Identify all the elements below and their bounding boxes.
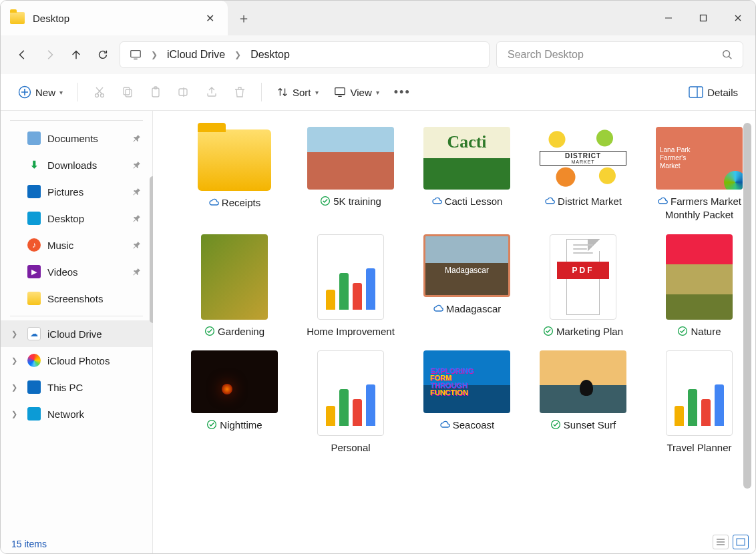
synced-status-icon: [206, 419, 217, 430]
chevron-right-icon[interactable]: ❯: [11, 410, 21, 419]
sort-button[interactable]: Sort ▾: [271, 80, 324, 104]
folder-icon: [27, 292, 41, 305]
details-pane-button[interactable]: Details: [683, 80, 743, 104]
tab-title: Desktop: [33, 13, 194, 24]
sidebar-loc-this-pc[interactable]: ❯This PC: [1, 374, 152, 400]
monitor-icon: [130, 49, 142, 61]
items-grid: Receipts5K trainingCactiCacti LessonDIST…: [153, 111, 755, 461]
search-box[interactable]: [496, 41, 743, 68]
synced-status-icon: [550, 419, 561, 430]
file-explorer-window: Desktop ✕ ＋ ❯ iCloud Drive ❯ Desktop New: [0, 0, 756, 554]
file-item[interactable]: MadagascarMadagascar: [413, 234, 520, 338]
pic-icon: [27, 185, 41, 198]
view-icons-button[interactable]: [733, 535, 749, 549]
view-button[interactable]: View ▾: [328, 80, 385, 104]
file-item[interactable]: Personal: [297, 350, 404, 455]
up-button[interactable]: [66, 45, 86, 65]
doc-icon: [27, 131, 41, 145]
file-item[interactable]: DISTRICTMARKETDistrict Market: [530, 127, 636, 222]
sidebar-label: Documents: [47, 133, 98, 144]
file-item[interactable]: 5K training: [297, 127, 404, 222]
file-item[interactable]: PDFMarketing Plan: [530, 234, 636, 338]
address-bar[interactable]: ❯ iCloud Drive ❯ Desktop: [120, 41, 490, 68]
new-button[interactable]: New ▾: [13, 80, 68, 104]
pin-icon: [132, 240, 142, 250]
pin-icon: [132, 214, 142, 223]
file-item[interactable]: Travel Planner: [646, 350, 753, 455]
content-scrollbar[interactable]: [743, 123, 751, 489]
sidebar-quick-downloads[interactable]: ⬇Downloads: [1, 152, 152, 178]
cut-button[interactable]: [87, 80, 112, 104]
item-name: Receipts: [222, 197, 260, 208]
sidebar-loc-icloud-drive[interactable]: ❯☁iCloud Drive: [1, 320, 152, 347]
file-item[interactable]: Nighttime: [181, 350, 288, 455]
sidebar-quick-desktop[interactable]: Desktop: [1, 205, 152, 232]
sidebar-label: Videos: [47, 266, 78, 278]
item-name: 5K training: [333, 196, 381, 207]
thumbnail: [201, 234, 268, 320]
item-name: Gardening: [218, 326, 264, 337]
file-item[interactable]: Nature: [646, 234, 753, 338]
sidebar-quick-documents[interactable]: Documents: [1, 125, 152, 152]
rename-button[interactable]: [172, 80, 196, 104]
pin-icon: [132, 187, 142, 196]
sidebar-quick-screenshots[interactable]: Screenshots: [1, 285, 152, 312]
sidebar-label: Desktop: [47, 213, 84, 224]
view-list-button[interactable]: [713, 535, 729, 549]
file-item[interactable]: Receipts: [181, 127, 288, 222]
item-caption: 5K training: [320, 195, 381, 208]
sidebar-quick-videos[interactable]: ▶Videos: [1, 258, 152, 285]
nav-row: ❯ iCloud Drive ❯ Desktop: [1, 35, 755, 74]
back-button[interactable]: [13, 45, 33, 65]
sidebar-loc-network[interactable]: ❯Network: [1, 400, 152, 427]
cloud-status-icon: [657, 196, 668, 206]
file-item[interactable]: Home Improvement: [297, 234, 404, 338]
refresh-button[interactable]: [93, 45, 113, 65]
close-tab-button[interactable]: ✕: [202, 9, 218, 27]
sidebar-quick-music[interactable]: ♪Music: [1, 232, 152, 258]
sidebar-loc-icloud-photos[interactable]: ❯iCloud Photos: [1, 347, 152, 374]
delete-button[interactable]: [228, 80, 252, 104]
svg-point-11: [96, 94, 99, 97]
more-button[interactable]: •••: [389, 80, 416, 104]
svg-rect-19: [179, 89, 187, 95]
breadcrumb-seg-1[interactable]: Desktop: [250, 49, 290, 61]
chevron-right-icon[interactable]: ❯: [11, 356, 21, 365]
sidebar-label: iCloud Photos: [47, 355, 110, 366]
copy-button[interactable]: [116, 80, 140, 104]
thumbnail: [317, 234, 384, 320]
item-name: Sunset Surf: [564, 419, 616, 431]
item-name: Marketing Plan: [556, 326, 623, 337]
minimize-button[interactable]: [651, 1, 686, 35]
sidebar-quick-pictures[interactable]: Pictures: [1, 178, 152, 205]
item-caption: Receipts: [208, 196, 260, 210]
chevron-right-icon[interactable]: ❯: [11, 330, 21, 338]
file-item[interactable]: Sunset Surf: [530, 350, 636, 455]
maximize-button[interactable]: [686, 1, 721, 35]
item-name: Farmers Market Monthly Packet: [665, 196, 741, 220]
thumbnail: [191, 350, 278, 413]
synced-status-icon: [543, 326, 554, 336]
content-pane: Receipts5K trainingCactiCacti LessonDIST…: [153, 111, 755, 553]
net-icon: [27, 407, 41, 421]
file-item[interactable]: EXPLORINGFORMTHROUGHFUNCTIONSeacoast: [413, 350, 520, 455]
tab-desktop[interactable]: Desktop ✕: [1, 1, 228, 35]
item-name: Cacti Lesson: [445, 196, 503, 207]
close-window-button[interactable]: [721, 1, 755, 35]
share-button[interactable]: [200, 80, 224, 104]
chevron-right-icon[interactable]: ❯: [11, 383, 21, 392]
new-tab-button[interactable]: ＋: [228, 1, 260, 35]
file-item[interactable]: Gardening: [181, 234, 288, 338]
thumbnail: EXPLORINGFORMTHROUGHFUNCTION: [423, 350, 510, 413]
item-caption: Cacti Lesson: [431, 195, 503, 208]
pin-icon: [132, 267, 142, 276]
file-item[interactable]: Lana Park Farmer's MarketFarmers Market …: [646, 127, 753, 222]
paste-button[interactable]: [144, 80, 168, 104]
search-input[interactable]: [506, 48, 721, 61]
breadcrumb-seg-0[interactable]: iCloud Drive: [167, 49, 225, 61]
file-item[interactable]: CactiCacti Lesson: [413, 127, 520, 222]
svg-rect-21: [335, 88, 344, 95]
forward-button[interactable]: [39, 45, 59, 65]
sidebar-label: iCloud Drive: [47, 328, 102, 340]
cloud-status-icon: [439, 419, 450, 430]
